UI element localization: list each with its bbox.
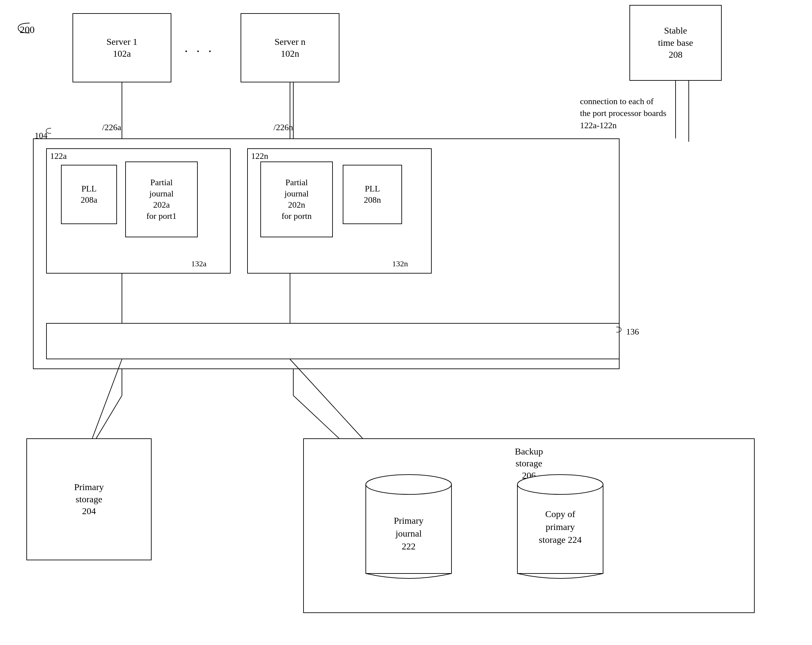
- ref-132n: 132n: [392, 259, 408, 269]
- copy-storage-line2: primary: [546, 522, 575, 532]
- primary-journal-cylinder: Primary journal 222: [362, 471, 455, 587]
- svg-point-22: [517, 475, 603, 494]
- copy-storage-line1: Copy of: [545, 509, 575, 519]
- stable-time-base-box: Stable time base 208: [629, 5, 722, 81]
- copy-storage-line3: storage 224: [539, 535, 582, 545]
- svg-line-9: [92, 396, 122, 445]
- bus-box: [46, 323, 620, 359]
- connection-text: connection to each ofthe port processor …: [580, 96, 666, 130]
- serverN-label-line1: Server n: [275, 36, 305, 48]
- connection-label: connection to each ofthe port processor …: [580, 96, 745, 131]
- stable-time-base-line3: 208: [669, 49, 682, 61]
- svg-line-17: [92, 359, 122, 438]
- primary-storage-box: Primary storage 204: [26, 438, 151, 560]
- diagram: 200 Server 1 102a · · · Server n 102n St…: [0, 0, 812, 645]
- journal-a-box: Partial journal 202a for port1: [125, 162, 198, 237]
- primary-journal-line3: 222: [402, 541, 415, 552]
- pll-n-line1: PLL: [365, 183, 380, 194]
- server1-label-line1: Server 1: [107, 36, 137, 48]
- svg-line-11: [293, 396, 346, 445]
- dots-label: · · ·: [185, 43, 214, 60]
- stable-time-base-line2: time base: [658, 37, 693, 49]
- primary-storage-line3: 204: [82, 505, 96, 517]
- primary-journal-line1: Primary: [394, 515, 423, 526]
- ref-226n: /226n: [273, 122, 293, 133]
- primary-storage-line2: storage: [76, 494, 102, 505]
- svg-line-18: [290, 359, 362, 438]
- journal-n-box: Partial journal 202n for portn: [260, 162, 333, 237]
- backup-storage-line1: Backup: [515, 446, 543, 457]
- journal-n-line4: for portn: [281, 211, 312, 222]
- diagram-ref-200: 200: [20, 23, 35, 36]
- journal-n-line2: journal: [284, 188, 309, 199]
- copy-storage-label: Copy of primary storage 224: [514, 507, 606, 546]
- ref-132a: 132a: [191, 259, 207, 269]
- ref-226a: /226a: [102, 122, 121, 133]
- copy-storage-cylinder: Copy of primary storage 224: [514, 471, 606, 587]
- primary-storage-line1: Primary: [74, 481, 104, 493]
- pll-a-line1: PLL: [81, 183, 96, 194]
- journal-a-line2: journal: [149, 188, 174, 199]
- server1-label-line2: 102a: [113, 48, 131, 60]
- serverN-box: Server n 102n: [241, 13, 339, 83]
- pll-n-box: PLL 208n: [343, 165, 402, 224]
- stable-time-base-line1: Stable: [664, 25, 687, 37]
- pll-a-box: PLL 208a: [61, 165, 117, 224]
- backup-storage-line2: storage: [516, 457, 542, 469]
- journal-n-line1: Partial: [285, 177, 308, 188]
- journal-a-line3: 202a: [153, 199, 170, 211]
- journal-a-line4: for port1: [146, 211, 177, 222]
- ref-136: 136: [626, 326, 639, 338]
- port-board-a-ref: 122a: [50, 151, 67, 162]
- journal-a-line1: Partial: [150, 177, 172, 188]
- server1-box: Server 1 102a: [72, 13, 171, 83]
- pll-n-line2: 208n: [364, 194, 381, 206]
- port-board-n-ref: 122n: [251, 151, 268, 162]
- svg-point-20: [366, 475, 452, 494]
- primary-journal-line2: journal: [395, 528, 421, 538]
- primary-journal-label: Primary journal 222: [362, 514, 455, 553]
- pll-a-line2: 208a: [81, 194, 98, 206]
- journal-n-line3: 202n: [288, 199, 305, 211]
- serverN-label-line2: 102n: [281, 48, 299, 60]
